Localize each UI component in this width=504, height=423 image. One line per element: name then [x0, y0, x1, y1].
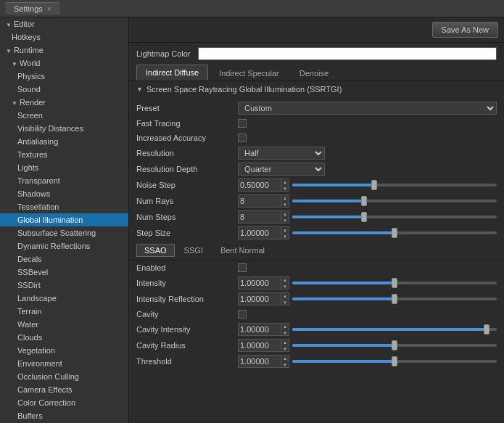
slider-track[interactable] [292, 282, 497, 284]
checkbox-fast-tracing[interactable] [238, 119, 247, 128]
sidebar-item-hotkeys[interactable]: Hotkeys [0, 30, 128, 44]
down-arrow-icon[interactable]: ▼ [281, 185, 289, 192]
slider-track[interactable] [292, 344, 497, 347]
down-arrow-icon[interactable]: ▼ [281, 233, 289, 239]
num-input-intensity-reflection[interactable] [239, 295, 281, 303]
slider-thumb[interactable] [484, 324, 489, 334]
tab-close-icon[interactable]: × [47, 5, 51, 13]
slider-track[interactable] [292, 297, 497, 300]
num-input-intensity[interactable] [239, 279, 281, 287]
slider-wrap[interactable] [292, 200, 497, 202]
sidebar-item-color-correction[interactable]: Color Correction [0, 396, 128, 409]
up-arrow-icon[interactable]: ▲ [281, 355, 289, 361]
up-arrow-icon[interactable]: ▲ [281, 292, 289, 299]
sidebar-item-sound[interactable]: Sound [0, 83, 128, 96]
sidebar-item-global-illumination[interactable]: Global Illumination [0, 213, 128, 226]
slider-thumb[interactable] [392, 278, 397, 288]
sub-tab-ssgi[interactable]: SSGI [176, 244, 211, 257]
tab-indirect-diffuse[interactable]: Indirect Diffuse [136, 65, 208, 81]
sidebar-item-water[interactable]: Water [0, 318, 128, 331]
num-input-cavity-radius[interactable] [239, 341, 281, 350]
down-arrow-icon[interactable]: ▼ [281, 329, 289, 336]
slider-thumb[interactable] [392, 356, 397, 366]
up-arrow-icon[interactable]: ▲ [281, 210, 289, 217]
down-arrow-icon[interactable]: ▼ [281, 201, 289, 208]
down-arrow-icon[interactable]: ▼ [281, 283, 289, 289]
slider-track[interactable] [292, 200, 497, 202]
down-arrow-icon[interactable]: ▼ [281, 345, 289, 352]
slider-thumb[interactable] [392, 294, 397, 304]
num-input-num-rays[interactable] [239, 197, 281, 205]
sidebar-item-vegetation[interactable]: Vegetation [0, 344, 128, 357]
slider-wrap[interactable] [292, 184, 497, 186]
sidebar-item-lights[interactable]: Lights [0, 161, 128, 174]
sub-tab-ssao[interactable]: SSAO [136, 244, 175, 257]
up-arrow-icon[interactable]: ▲ [281, 194, 289, 201]
sidebar-item-decals[interactable]: Decals [0, 252, 128, 266]
up-arrow-icon[interactable]: ▲ [281, 339, 289, 345]
dropdown-resolution[interactable]: Half [238, 147, 325, 160]
num-input-cavity-intensity[interactable] [239, 325, 281, 334]
sidebar-item-occlusion-culling[interactable]: Occlusion Culling [0, 370, 128, 383]
up-arrow-icon[interactable]: ▲ [281, 226, 289, 233]
sidebar-item-ssdirt[interactable]: SSDirt [0, 279, 128, 292]
slider-wrap[interactable] [292, 215, 497, 218]
slider-wrap[interactable] [292, 231, 497, 234]
slider-track[interactable] [292, 215, 497, 218]
down-arrow-icon[interactable]: ▼ [281, 299, 289, 305]
down-arrow-icon[interactable]: ▼ [281, 217, 289, 223]
sidebar-item-landscape[interactable]: Landscape [0, 292, 128, 305]
sidebar-item-world[interactable]: ▼World [0, 57, 128, 70]
num-input-noise-step[interactable] [239, 181, 281, 189]
sidebar-item-runtime[interactable]: ▼Runtime [0, 44, 128, 57]
down-arrow-icon[interactable]: ▼ [281, 361, 289, 368]
num-input-threshold[interactable] [239, 357, 281, 366]
tab-denoise[interactable]: Denoise [290, 65, 338, 81]
lightmap-color-picker[interactable] [198, 47, 497, 60]
sidebar-item-shadows[interactable]: Shadows [0, 187, 128, 200]
sidebar-item-tessellation[interactable]: Tessellation [0, 200, 128, 213]
section-collapse-icon[interactable]: ▼ [136, 86, 143, 93]
slider-wrap[interactable] [292, 297, 497, 300]
sidebar-item-screen[interactable]: Screen [0, 109, 128, 122]
save-as-new-button[interactable]: Save As New [432, 22, 498, 38]
slider-thumb[interactable] [392, 340, 397, 350]
tab-indirect-specular[interactable]: Indirect Specular [210, 65, 289, 81]
slider-wrap[interactable] [292, 328, 497, 331]
checkbox-enabled[interactable] [238, 263, 247, 272]
sub-tab-bent-normal[interactable]: Bent Normal [212, 244, 273, 257]
slider-track[interactable] [292, 231, 497, 234]
sidebar-item-clouds[interactable]: Clouds [0, 331, 128, 344]
up-arrow-icon[interactable]: ▲ [281, 178, 289, 185]
up-arrow-icon[interactable]: ▲ [281, 276, 289, 283]
checkbox-increased-accuracy[interactable] [238, 134, 247, 142]
slider-track[interactable] [292, 360, 497, 363]
sidebar-item-render[interactable]: ▼Render [0, 96, 128, 109]
dropdown-resolution-depth[interactable]: Quarter [238, 163, 325, 176]
checkbox-cavity[interactable] [238, 310, 247, 319]
slider-track[interactable] [292, 328, 497, 331]
sidebar-item-visibility-distances[interactable]: Visibility Distances [0, 122, 128, 135]
sidebar-item-subsurface-scattering[interactable]: Subsurface Scattering [0, 226, 128, 239]
sidebar-item-buffers[interactable]: Buffers [0, 409, 128, 422]
sidebar-item-editor[interactable]: ▼Editor [0, 17, 128, 30]
sidebar-item-terrain[interactable]: Terrain [0, 305, 128, 318]
slider-wrap[interactable] [292, 282, 497, 284]
sidebar-item-ssbevel[interactable]: SSBevel [0, 266, 128, 279]
slider-thumb[interactable] [361, 212, 367, 222]
slider-thumb[interactable] [371, 180, 377, 190]
preset-dropdown[interactable]: Custom [238, 102, 497, 115]
slider-thumb[interactable] [392, 228, 397, 238]
slider-wrap[interactable] [292, 344, 497, 347]
sidebar-item-dynamic-reflections[interactable]: Dynamic Reflections [0, 239, 128, 252]
settings-tab[interactable]: Settings × [6, 2, 59, 15]
num-input-num-steps[interactable] [239, 213, 281, 221]
sidebar-item-environment[interactable]: Environment [0, 357, 128, 370]
sidebar-item-transparent[interactable]: Transparent [0, 174, 128, 187]
slider-track[interactable] [292, 184, 497, 186]
up-arrow-icon[interactable]: ▲ [281, 323, 289, 329]
slider-wrap[interactable] [292, 360, 497, 363]
sidebar-item-antialiasing[interactable]: Antialiasing [0, 135, 128, 148]
sidebar-item-camera-effects[interactable]: Camera Effects [0, 383, 128, 396]
sidebar-item-physics[interactable]: Physics [0, 70, 128, 83]
